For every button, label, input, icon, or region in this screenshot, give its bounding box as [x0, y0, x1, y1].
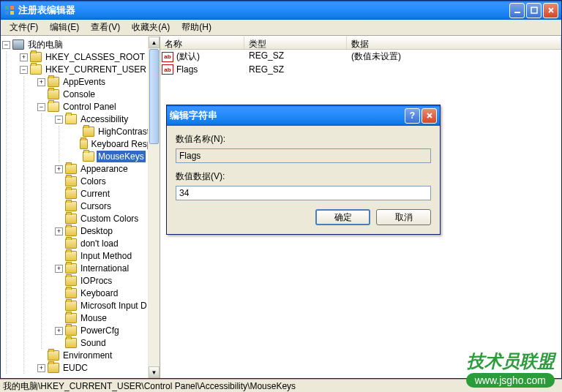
list-row[interactable]: ab(默认) REG_SZ (数值未设置) — [160, 50, 561, 64]
dialog-title: 编辑字符串 — [170, 109, 405, 122]
folder-icon — [65, 238, 77, 249]
close-button[interactable] — [543, 3, 558, 18]
expand-toggle[interactable]: + — [55, 327, 63, 335]
svg-rect-3 — [10, 11, 14, 15]
tree-root[interactable]: 我的电脑 — [26, 39, 64, 50]
tree-hkcr[interactable]: HKEY_CLASSES_ROOT — [44, 51, 146, 63]
expand-toggle[interactable]: + — [55, 265, 63, 273]
folder-icon — [48, 350, 59, 361]
tree-item[interactable]: Control Panel — [61, 101, 118, 113]
tree-item[interactable]: AppEvents — [61, 76, 107, 88]
tree-hkcu[interactable]: HKEY_CURRENT_USER — [44, 64, 148, 75]
tree-item[interactable]: Cursors — [79, 200, 113, 212]
minimize-button[interactable] — [509, 3, 525, 18]
col-header-name[interactable]: 名称 — [160, 37, 244, 49]
tree-item[interactable]: EUDC — [61, 362, 89, 374]
expand-toggle[interactable]: − — [20, 66, 28, 74]
tree-item[interactable]: Microsoft Input D — [79, 300, 149, 312]
scroll-down-button[interactable]: ▼ — [149, 366, 160, 378]
tree-item[interactable]: IOProcs — [79, 275, 113, 287]
expand-toggle[interactable]: + — [55, 227, 63, 235]
list-header[interactable]: 名称 类型 数据 — [160, 37, 561, 50]
scroll-thumb[interactable] — [149, 49, 159, 144]
tree-item[interactable]: Mouse — [79, 312, 108, 324]
value-data: (数值未设置) — [347, 50, 561, 63]
window-title: 注册表编辑器 — [18, 4, 509, 17]
tree-item[interactable]: Environment — [61, 350, 113, 361]
tree-scrollbar[interactable]: ▲ ▼ — [148, 37, 160, 378]
cancel-button[interactable]: 取消 — [376, 209, 431, 225]
tree-item[interactable]: Keyboard — [79, 287, 119, 299]
folder-icon — [65, 176, 77, 186]
folder-icon — [65, 338, 77, 348]
list-row[interactable]: abFlags REG_SZ — [160, 64, 561, 75]
expand-toggle[interactable]: + — [37, 364, 45, 372]
statusbar-path: 我的电脑\HKEY_CURRENT_USER\Control Panel\Acc… — [3, 381, 296, 391]
menu-edit[interactable]: 编辑(E) — [44, 20, 85, 35]
folder-icon — [48, 102, 59, 112]
value-name: Flags — [176, 64, 198, 75]
scroll-up-button[interactable]: ▲ — [149, 37, 160, 48]
expand-toggle[interactable]: − — [2, 41, 10, 49]
string-value-icon: ab — [162, 64, 173, 75]
menu-view[interactable]: 查看(V) — [85, 20, 126, 35]
tree-item[interactable]: don't load — [79, 238, 120, 249]
value-name-input[interactable] — [176, 148, 431, 163]
dialog-help-button[interactable]: ? — [405, 108, 420, 124]
folder-icon — [83, 127, 94, 137]
folder-icon — [65, 201, 77, 211]
folder-icon — [65, 276, 77, 286]
folder-icon — [30, 52, 42, 62]
folder-icon — [30, 64, 42, 75]
menubar: 文件(F) 编辑(E) 查看(V) 收藏夹(A) 帮助(H) — [1, 20, 561, 36]
ok-button[interactable]: 确定 — [315, 209, 370, 225]
tree-item[interactable]: International — [79, 263, 130, 274]
expand-toggle[interactable]: + — [37, 78, 45, 86]
statusbar: 我的电脑\HKEY_CURRENT_USER\Control Panel\Acc… — [0, 379, 562, 392]
tree-item[interactable]: Sound — [79, 337, 108, 349]
tree-item-selected[interactable]: MouseKeys — [97, 151, 146, 162]
tree-item[interactable]: Input Method — [79, 250, 133, 262]
main-titlebar[interactable]: 注册表编辑器 — [1, 1, 561, 20]
tree-item[interactable]: PowerCfg — [79, 325, 121, 336]
folder-icon — [65, 325, 77, 336]
tree-pane[interactable]: − 我的电脑 +HKEY_CLASSES_ROOT −HKEY_CURRENT_… — [1, 37, 160, 378]
tree-item[interactable]: Colors — [79, 176, 108, 187]
folder-icon — [48, 77, 59, 87]
svg-rect-0 — [5, 6, 9, 10]
computer-icon — [12, 39, 24, 50]
folder-icon — [65, 288, 77, 298]
tree-item[interactable]: Appearance — [79, 163, 130, 175]
folder-icon — [65, 263, 77, 274]
dialog-close-button[interactable] — [422, 108, 437, 124]
folder-icon — [65, 189, 77, 199]
tree-item[interactable]: HighContrast — [97, 126, 151, 137]
menu-favorites[interactable]: 收藏夹(A) — [126, 20, 176, 35]
expand-toggle[interactable]: − — [37, 103, 45, 111]
col-header-data[interactable]: 数据 — [347, 37, 561, 49]
value-data-input[interactable] — [176, 186, 431, 200]
tree-item[interactable]: Console — [61, 88, 97, 100]
folder-icon — [65, 251, 77, 261]
menu-file[interactable]: 文件(F) — [4, 20, 44, 35]
folder-icon — [48, 363, 59, 373]
expand-toggle[interactable]: + — [20, 53, 28, 61]
folder-icon — [65, 226, 77, 236]
tree-item[interactable]: Accessibility — [79, 113, 130, 125]
app-icon — [4, 4, 15, 16]
maximize-button[interactable] — [526, 3, 542, 18]
dialog-titlebar[interactable]: 编辑字符串 ? — [167, 105, 440, 126]
col-header-type[interactable]: 类型 — [244, 37, 347, 49]
menu-help[interactable]: 帮助(H) — [176, 20, 217, 35]
tree-item[interactable]: Custom Colors — [79, 213, 140, 225]
svg-rect-5 — [531, 7, 537, 13]
expand-toggle[interactable]: + — [55, 165, 63, 173]
value-data-label: 数值数据(V): — [176, 170, 431, 183]
folder-icon — [65, 114, 77, 124]
edit-string-dialog: 编辑字符串 ? 数值名称(N): 数值数据(V): 确定 取消 — [166, 105, 441, 235]
tree-item[interactable]: Current — [79, 188, 111, 200]
expand-toggle[interactable]: − — [55, 116, 63, 124]
tree-item[interactable]: Desktop — [79, 225, 114, 237]
value-data — [347, 64, 561, 75]
value-name-label: 数值名称(N): — [176, 133, 431, 146]
